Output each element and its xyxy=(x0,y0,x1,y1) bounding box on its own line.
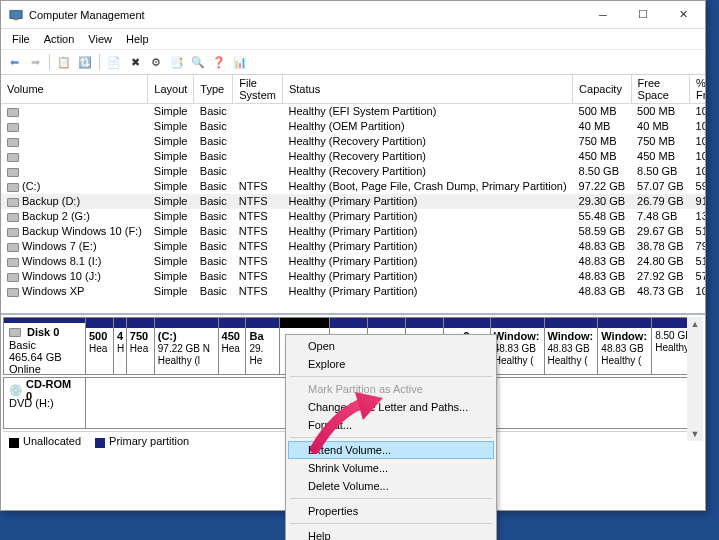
find-button[interactable]: 🔍 xyxy=(189,53,207,71)
legend-unallocated-label: Unallocated xyxy=(23,435,81,447)
volume-row[interactable]: Windows XPSimpleBasicNTFSHealthy (Primar… xyxy=(1,284,705,299)
delete-button[interactable]: ✖ xyxy=(126,53,144,71)
scroll-up-icon[interactable]: ▲ xyxy=(689,317,702,331)
col-type[interactable]: Type xyxy=(194,75,233,104)
cdrom-icon: 💿 xyxy=(9,384,23,397)
properties-button[interactable]: 📄 xyxy=(105,53,123,71)
close-button[interactable]: ✕ xyxy=(663,2,703,28)
window-title: Computer Management xyxy=(29,9,583,21)
volume-row[interactable]: SimpleBasicHealthy (Recovery Partition)7… xyxy=(1,134,705,149)
volume-row[interactable]: Windows 10 (J:)SimpleBasicNTFSHealthy (P… xyxy=(1,269,705,284)
app-icon xyxy=(9,8,23,22)
toolbar: ⬅ ➡ 📋 🔃 📄 ✖ ⚙ 📑 🔍 ❓ 📊 xyxy=(1,49,705,75)
volume-list[interactable]: Volume Layout Type File System Status Ca… xyxy=(1,75,705,315)
volume-row[interactable]: Backup (D:)SimpleBasicNTFSHealthy (Prima… xyxy=(1,194,705,209)
legend-primary-label: Primary partition xyxy=(109,435,189,447)
ctx-format[interactable]: Format... xyxy=(288,416,494,434)
disk-label: Disk 0 xyxy=(27,326,59,338)
minimize-button[interactable]: ─ xyxy=(583,2,623,28)
partition[interactable]: 4H xyxy=(114,318,127,374)
ctx-properties[interactable]: Properties xyxy=(288,502,494,520)
back-button[interactable]: ⬅ xyxy=(5,53,23,71)
volume-row[interactable]: (C:)SimpleBasicNTFSHealthy (Boot, Page F… xyxy=(1,179,705,194)
ctx-extend-volume[interactable]: Extend Volume... xyxy=(288,441,494,459)
legend-unallocated-swatch xyxy=(9,438,19,448)
disk-type: Basic xyxy=(9,339,80,351)
volume-row[interactable]: SimpleBasicHealthy (EFI System Partition… xyxy=(1,104,705,119)
volume-row[interactable]: SimpleBasicHealthy (OEM Partition)40 MB4… xyxy=(1,119,705,134)
menu-file[interactable]: File xyxy=(5,31,37,47)
forward-button[interactable]: ➡ xyxy=(26,53,44,71)
menu-view[interactable]: View xyxy=(81,31,119,47)
volume-row[interactable]: Backup 2 (G:)SimpleBasicNTFSHealthy (Pri… xyxy=(1,209,705,224)
ctx-change-letter[interactable]: Change Drive Letter and Paths... xyxy=(288,398,494,416)
menu-help[interactable]: Help xyxy=(119,31,156,47)
partition[interactable]: Window:48.83 GBHealthy ( xyxy=(545,318,599,374)
ctx-delete-volume[interactable]: Delete Volume... xyxy=(288,477,494,495)
menu-action[interactable]: Action xyxy=(37,31,82,47)
svg-rect-0 xyxy=(10,10,22,18)
disk-0-header[interactable]: Disk 0 Basic 465.64 GB Online xyxy=(4,318,86,374)
disk-icon xyxy=(9,328,21,337)
help-button[interactable]: ❓ xyxy=(210,53,228,71)
volume-row[interactable]: Windows 7 (E:)SimpleBasicNTFSHealthy (Pr… xyxy=(1,239,705,254)
partition[interactable]: (C:)97.22 GB NHealthy (l xyxy=(155,318,219,374)
ctx-help[interactable]: Help xyxy=(288,527,494,540)
partition[interactable]: Ba29.He xyxy=(246,318,280,374)
partition[interactable]: 500Hea xyxy=(86,318,114,374)
cdrom-header[interactable]: 💿CD-ROM 0 DVD (H:) xyxy=(4,378,86,428)
partition[interactable]: Window:48.83 GBHealthy ( xyxy=(491,318,545,374)
ctx-mark-active: Mark Partition as Active xyxy=(288,380,494,398)
volume-row[interactable]: SimpleBasicHealthy (Recovery Partition)8… xyxy=(1,164,705,179)
ctx-shrink-volume[interactable]: Shrink Volume... xyxy=(288,459,494,477)
col-layout[interactable]: Layout xyxy=(148,75,194,104)
refresh-button[interactable]: 🔃 xyxy=(76,53,94,71)
volume-row[interactable]: Backup Windows 10 (F:)SimpleBasicNTFSHea… xyxy=(1,224,705,239)
titlebar: Computer Management ─ ☐ ✕ xyxy=(1,1,705,29)
partition[interactable]: Window:48.83 GBHealthy ( xyxy=(598,318,652,374)
settings-button[interactable]: ⚙ xyxy=(147,53,165,71)
extra-button[interactable]: 📊 xyxy=(231,53,249,71)
ctx-open[interactable]: Open xyxy=(288,337,494,355)
legend-primary-swatch xyxy=(95,438,105,448)
col-capacity[interactable]: Capacity xyxy=(573,75,631,104)
context-menu: Open Explore Mark Partition as Active Ch… xyxy=(285,334,497,540)
col-status[interactable]: Status xyxy=(282,75,572,104)
volume-row[interactable]: SimpleBasicHealthy (Recovery Partition)4… xyxy=(1,149,705,164)
disk-state: Online xyxy=(9,363,80,375)
ctx-explore[interactable]: Explore xyxy=(288,355,494,373)
vertical-scrollbar[interactable]: ▲ ▼ xyxy=(687,317,703,441)
svg-rect-1 xyxy=(13,18,18,20)
col-volume[interactable]: Volume xyxy=(1,75,148,104)
col-pct[interactable]: % Free xyxy=(690,75,705,104)
col-fs[interactable]: File System xyxy=(233,75,283,104)
list-button[interactable]: 📑 xyxy=(168,53,186,71)
partition[interactable]: 450Hea xyxy=(219,318,247,374)
col-free[interactable]: Free Space xyxy=(631,75,689,104)
disk-size: 465.64 GB xyxy=(9,351,80,363)
partition[interactable]: 750Hea xyxy=(127,318,155,374)
scroll-down-icon[interactable]: ▼ xyxy=(689,427,702,441)
volume-row[interactable]: Windows 8.1 (I:)SimpleBasicNTFSHealthy (… xyxy=(1,254,705,269)
show-hide-button[interactable]: 📋 xyxy=(55,53,73,71)
maximize-button[interactable]: ☐ xyxy=(623,2,663,28)
menubar: File Action View Help xyxy=(1,29,705,49)
